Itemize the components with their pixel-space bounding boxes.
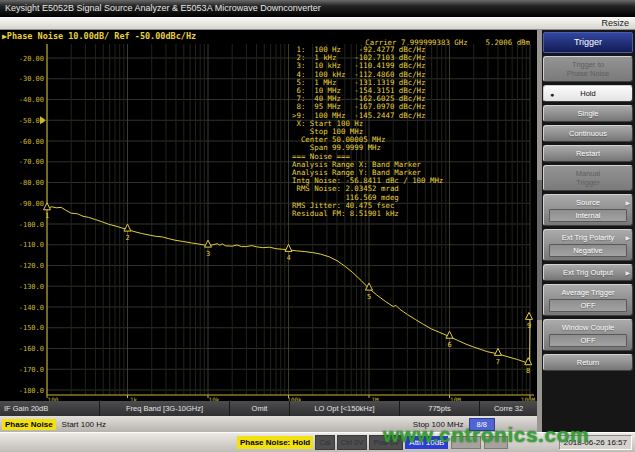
- softkey-window-couple[interactable]: Window CoupleOFF: [543, 319, 633, 351]
- softkey-scrollbar[interactable]: [537, 30, 542, 432]
- softkey-label: Average Trigger: [561, 288, 614, 297]
- softkey-value: Internal: [549, 209, 627, 222]
- status-seg-1: Freq Band [3G-10GHz]: [100, 401, 230, 416]
- marker-5-label: 5: [367, 293, 371, 301]
- marker-9-label: 9: [527, 322, 531, 330]
- softkey-manual: ManualTrigger: [543, 165, 633, 191]
- softkey-label: Window Couple: [562, 323, 615, 332]
- y-tick-label: -80.00: [19, 179, 44, 187]
- softkey-value: Negative: [549, 244, 627, 257]
- y-tick-label: -90.00: [19, 200, 44, 208]
- measurement-type-badge[interactable]: Phase Noise: [2, 419, 56, 430]
- softkey-label-2: Trigger: [576, 178, 599, 187]
- y-tick-label: -140.0: [19, 304, 44, 312]
- softkey-continuous[interactable]: Continuous: [543, 125, 633, 142]
- status-seg-2: Omit: [230, 401, 290, 416]
- softkey-single[interactable]: Single: [543, 105, 633, 122]
- status-indicator-1: [451, 436, 481, 449]
- softkey-label: Hold: [580, 89, 595, 98]
- marker-4-icon: [285, 244, 292, 251]
- window-title: Keysight E5052B Signal Source Analyzer &…: [0, 0, 635, 17]
- phase-noise-plot: -20.00-30.00-40.00-50.00-60.00-70.00-80.…: [0, 42, 537, 401]
- measurement-state-badge: Phase Noise: Hold: [237, 436, 313, 449]
- y-tick-label: -150.0: [19, 324, 44, 332]
- softkey-value: OFF: [549, 334, 627, 347]
- softkey-label: Trigger to: [572, 60, 604, 69]
- y-tick-label: -50.00: [19, 117, 44, 125]
- softkey-label: Return: [577, 358, 600, 367]
- y-tick-label: -30.00: [19, 75, 44, 83]
- softkey-menu-title: Trigger: [543, 32, 633, 53]
- y-tick-label: -130.0: [19, 283, 44, 291]
- start-frequency-label: Start 100 Hz: [62, 420, 106, 429]
- submenu-arrow-icon: ▶: [625, 269, 630, 278]
- softkey-label: Source: [576, 198, 600, 207]
- softkey-source[interactable]: SourceInternal▶: [543, 194, 633, 226]
- softkey-ext-trig-polarity[interactable]: Ext Trig PolarityNegative▶: [543, 229, 633, 261]
- softkey-label: Ext Trig Output: [563, 268, 613, 277]
- marker-1-label: 1: [45, 212, 49, 220]
- softkey-scrollbar-thumb[interactable]: [537, 180, 542, 320]
- status-seg-0: IF Gain 20dB: [0, 401, 100, 416]
- marker-2-icon: [124, 224, 131, 231]
- marker-4-label: 4: [286, 254, 290, 262]
- y-tick-label: -170.0: [19, 366, 44, 374]
- y-tick-label: -60.00: [19, 138, 44, 146]
- softkey-return[interactable]: Return: [543, 354, 633, 371]
- status-seg-5: Corre 32: [480, 401, 537, 416]
- softkey-value: OFF: [549, 299, 627, 312]
- measurement-bar: Phase Noise Start 100 Hz Stop 100 MHz 8/…: [0, 416, 537, 432]
- softkey-label: Single: [578, 109, 599, 118]
- marker-6-icon: [446, 331, 453, 338]
- selected-bullet-icon: ●: [550, 89, 554, 98]
- y-tick-label: -40.00: [19, 96, 44, 104]
- marker-3-label: 3: [206, 250, 210, 258]
- marker-7-label: 7: [496, 358, 500, 366]
- softkey-trigger-to: Trigger toPhase Noise: [543, 56, 633, 82]
- ctrl-voltage-indicator: Ctrl 0V: [337, 435, 368, 450]
- softkey-ext-trig-output[interactable]: Ext Trig Output▶: [543, 264, 633, 281]
- marker-6-label: 6: [447, 341, 451, 349]
- softkey-label: Manual: [576, 169, 601, 178]
- attenuator-indicator: Attn 10dB: [405, 436, 448, 449]
- trace-header-label: Phase Noise 10.00dB/ Ref -50.00dBc/Hz: [7, 31, 196, 41]
- power-voltage-indicator: Pow 0V: [369, 435, 403, 450]
- status-seg-3: LO Opt [<150kHz]: [290, 401, 400, 416]
- y-tick-label: -120.0: [19, 262, 44, 270]
- softkey-hold[interactable]: ●Hold: [543, 85, 633, 102]
- stop-frequency-label: Stop 100 MHz: [413, 420, 464, 429]
- submenu-arrow-icon: ▶: [625, 199, 630, 208]
- marker-1-icon: [44, 203, 51, 210]
- softkey-restart[interactable]: Restart: [543, 145, 633, 162]
- y-tick-label: -20.00: [19, 55, 44, 63]
- softkey-sidebar: Trigger Trigger toPhase Noise●HoldSingle…: [537, 30, 635, 432]
- softkey-menu: Trigger Trigger toPhase Noise●HoldSingle…: [543, 32, 633, 371]
- softkey-label-2: Phase Noise: [567, 69, 610, 78]
- datetime-display: 2018-06-26 16:57: [559, 435, 632, 450]
- instrument-screen: ▶Phase Noise 10.00dB/ Ref -50.00dBc/Hz C…: [0, 30, 537, 432]
- marker-2-label: 2: [125, 234, 129, 242]
- y-tick-label: -110.0: [19, 241, 44, 249]
- marker-8-icon: [525, 358, 532, 365]
- y-tick-label: -160.0: [19, 345, 44, 353]
- softkey-average-trigger[interactable]: Average TriggerOFF: [543, 284, 633, 316]
- marker-8-label: 8: [526, 367, 530, 375]
- cal-indicator: Cal: [315, 435, 334, 450]
- status-indicator-2: [484, 436, 508, 449]
- marker-3-icon: [205, 240, 212, 247]
- measurement-status-row: IF Gain 20dBFreq Band [3G-10GHz]OmitLO O…: [0, 401, 537, 416]
- system-taskbar: Phase Noise: Hold Cal Ctrl 0V Pow 0V Att…: [0, 432, 635, 452]
- window-page-badge[interactable]: 8/8: [469, 418, 495, 431]
- softkey-label: Restart: [576, 149, 600, 158]
- resize-button[interactable]: Resize: [0, 17, 635, 30]
- y-tick-label: -100.0: [19, 221, 44, 229]
- y-tick-label: -70.00: [19, 158, 44, 166]
- softkey-label: Continuous: [569, 129, 607, 138]
- marker-readout: 1: 100 Hz -92.4277 dBc/Hz 2: 1 kHz -102.…: [292, 46, 443, 218]
- trace-header: ▶Phase Noise 10.00dB/ Ref -50.00dBc/Hz: [2, 31, 196, 41]
- submenu-arrow-icon: ▶: [625, 234, 630, 243]
- y-tick-label: -180.0: [19, 387, 44, 395]
- softkey-label: Ext Trig Polarity: [562, 233, 615, 242]
- status-seg-4: 775pts: [400, 401, 480, 416]
- marker-7-icon: [494, 348, 501, 355]
